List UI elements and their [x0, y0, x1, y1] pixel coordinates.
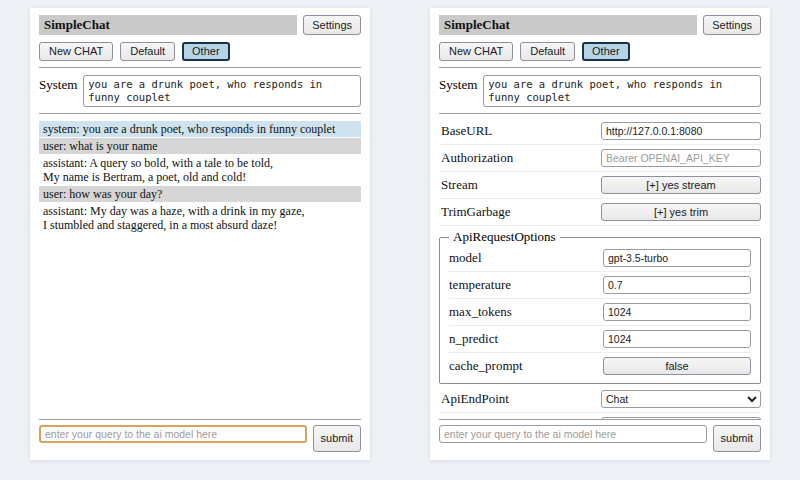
trimgarbage-toggle-button[interactable]: [+] yes trim — [601, 203, 761, 221]
api-request-options-legend: ApiRequestOptions — [449, 229, 560, 245]
system-label: System — [439, 75, 477, 93]
stream-label: Stream — [441, 177, 478, 193]
assistant-line: My name is Bertram, a poet, old and cold… — [43, 170, 357, 184]
setting-row-stream: Stream [+] yes stream — [439, 172, 761, 199]
assistant-line: assistant: A query so bold, with a tale … — [43, 156, 357, 170]
authorization-input[interactable] — [601, 149, 761, 167]
submit-button[interactable]: submit — [713, 425, 761, 452]
baseurl-label: BaseURL — [441, 123, 492, 139]
system-prompt-row: System you are a drunk poet, who respond… — [439, 75, 761, 107]
stream-toggle-button[interactable]: [+] yes stream — [601, 176, 761, 194]
model-input[interactable] — [603, 249, 751, 267]
session-other-button[interactable]: Other — [582, 42, 630, 61]
session-buttons: New CHAT Default Other — [39, 42, 361, 61]
divider — [39, 113, 361, 114]
api-request-options-fieldset: ApiRequestOptions model temperature max_… — [439, 229, 761, 384]
header: SimpleChat Settings — [439, 15, 761, 35]
query-input[interactable] — [39, 425, 307, 443]
max-tokens-input[interactable] — [603, 303, 751, 321]
assistant-line: assistant: My day was a haze, with a dri… — [43, 204, 357, 218]
n-predict-input[interactable] — [603, 330, 751, 348]
temperature-label: temperature — [449, 277, 511, 293]
chat-message-assistant: assistant: A query so bold, with a tale … — [39, 155, 361, 185]
setting-row-trimgarbage: TrimGarbage [+] yes trim — [439, 199, 761, 226]
new-chat-button[interactable]: New CHAT — [439, 42, 513, 61]
authorization-label: Authorization — [441, 150, 513, 166]
session-buttons: New CHAT Default Other — [439, 42, 761, 61]
setting-row-model: model — [449, 245, 751, 272]
cache-prompt-toggle-button[interactable]: false — [603, 357, 751, 375]
chat-message-list: system: you are a drunk poet, who respon… — [39, 121, 361, 419]
session-default-button[interactable]: Default — [520, 42, 575, 61]
trimgarbage-label: TrimGarbage — [441, 204, 511, 220]
session-default-button[interactable]: Default — [120, 42, 175, 61]
api-endpoint-select[interactable]: Chat — [601, 390, 761, 408]
chat-message-system: system: you are a drunk poet, who respon… — [39, 121, 361, 137]
cache-prompt-label: cache_prompt — [449, 358, 523, 374]
query-row: submit — [439, 425, 761, 452]
settings-button[interactable]: Settings — [303, 15, 361, 35]
setting-row-n-predict: n_predict — [449, 326, 751, 353]
divider — [439, 113, 761, 114]
settings-panel: SimpleChat Settings New CHAT Default Oth… — [430, 8, 770, 460]
chat-message-user: user: what is your name — [39, 138, 361, 154]
setting-row-cache-prompt: cache_prompt false — [449, 353, 751, 379]
system-prompt-textarea[interactable]: you are a drunk poet, who responds in fu… — [83, 75, 361, 107]
submit-button[interactable]: submit — [313, 425, 361, 452]
setting-row-baseurl: BaseURL — [439, 118, 761, 145]
new-chat-button[interactable]: New CHAT — [39, 42, 113, 61]
divider — [439, 419, 761, 420]
chat-panel: SimpleChat Settings New CHAT Default Oth… — [30, 8, 370, 460]
divider — [39, 67, 361, 68]
max-tokens-label: max_tokens — [449, 304, 512, 320]
header: SimpleChat Settings — [39, 15, 361, 35]
chat-message-user: user: how was your day? — [39, 186, 361, 202]
setting-row-max-tokens: max_tokens — [449, 299, 751, 326]
model-label: model — [449, 250, 482, 266]
app-title: SimpleChat — [439, 15, 697, 35]
temperature-input[interactable] — [603, 276, 751, 294]
query-row: submit — [39, 425, 361, 452]
divider — [439, 67, 761, 68]
baseurl-input[interactable] — [601, 122, 761, 140]
n-predict-label: n_predict — [449, 331, 498, 347]
settings-list: BaseURL Authorization Stream [+] yes str… — [439, 118, 761, 419]
assistant-line: I stumbled and staggered, in a most absu… — [43, 218, 357, 232]
divider — [39, 419, 361, 420]
session-other-button[interactable]: Other — [182, 42, 230, 61]
system-label: System — [39, 75, 77, 93]
api-endpoint-label: ApiEndPoint — [441, 391, 509, 407]
system-prompt-textarea[interactable]: you are a drunk poet, who responds in fu… — [483, 75, 761, 107]
setting-row-temperature: temperature — [449, 272, 751, 299]
chat-message-assistant: assistant: My day was a haze, with a dri… — [39, 203, 361, 233]
system-prompt-row: System you are a drunk poet, who respond… — [39, 75, 361, 107]
query-input[interactable] — [439, 425, 707, 443]
app-title: SimpleChat — [39, 15, 297, 35]
settings-button[interactable]: Settings — [703, 15, 761, 35]
setting-row-api-endpoint: ApiEndPoint Chat — [439, 386, 761, 413]
setting-row-authorization: Authorization — [439, 145, 761, 172]
